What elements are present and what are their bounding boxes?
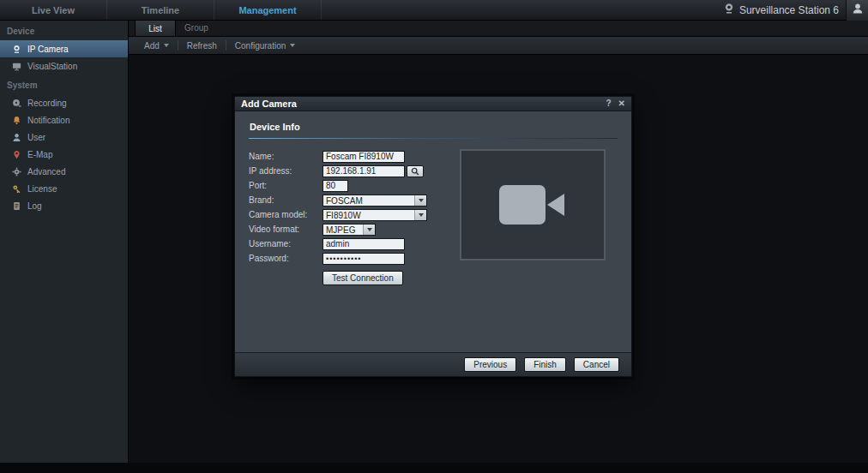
- brand-select-value: FOSCAM: [323, 195, 414, 206]
- camera-model-select[interactable]: FI8910W: [322, 209, 427, 221]
- camera-form: Name: IP address: Port:: [249, 149, 446, 285]
- sidebar-item-label: License: [27, 184, 57, 194]
- sidebar-item-recording[interactable]: Recording: [0, 94, 128, 111]
- test-connection-button[interactable]: Test Connection: [322, 271, 403, 285]
- search-ip-button[interactable]: [407, 165, 424, 177]
- sidebar-section-system: System: [0, 75, 128, 94]
- map-pin-icon: [11, 149, 21, 159]
- sidebar-item-ip-camera[interactable]: IP Camera: [0, 40, 128, 57]
- password-label: Password:: [249, 254, 322, 263]
- sidebar-item-label: VisualStation: [27, 62, 77, 71]
- user-icon: [11, 132, 21, 142]
- dialog-body: Device Info Name: IP address:: [235, 111, 631, 352]
- camera-toolbar: Add Refresh Configuration: [129, 37, 868, 55]
- camera-preview-placeholder: [460, 149, 606, 260]
- device-info-heading: Device Info: [249, 119, 618, 138]
- form-row-password: Password:: [249, 251, 446, 266]
- dialog-footer: Previous Finish Cancel: [235, 352, 631, 376]
- port-label: Port:: [249, 181, 322, 190]
- video-camera-icon: [499, 185, 566, 225]
- tab-group[interactable]: Group: [176, 20, 217, 36]
- user-icon: [852, 3, 864, 18]
- top-right-area: Surveillance Station 6: [716, 0, 868, 20]
- add-button[interactable]: Add: [136, 37, 178, 54]
- sidebar-item-license[interactable]: License: [0, 180, 128, 197]
- list-group-tabs: List Group: [129, 21, 868, 37]
- sidebar-item-label: User: [27, 133, 45, 142]
- port-field[interactable]: [322, 180, 348, 192]
- chevron-down-icon: [164, 44, 169, 47]
- camera-model-select-value: FI8910W: [323, 210, 414, 220]
- form-row-username: Username:: [249, 236, 446, 251]
- sidebar-item-e-map[interactable]: E-Map: [0, 146, 128, 163]
- finish-button[interactable]: Finish: [524, 357, 566, 372]
- search-icon: [411, 167, 419, 176]
- recording-icon: [11, 98, 21, 108]
- ip-address-label: IP address:: [249, 166, 322, 176]
- sidebar-section-device: Device: [0, 21, 128, 40]
- camera-model-label: Camera model:: [249, 210, 322, 219]
- help-icon[interactable]: ?: [606, 99, 612, 108]
- tab-list[interactable]: List: [135, 20, 176, 36]
- close-icon[interactable]: ✕: [618, 99, 625, 108]
- dialog-title-bar[interactable]: Add Camera ? ✕: [235, 97, 631, 111]
- gear-icon: [11, 166, 21, 177]
- add-button-label: Add: [144, 41, 160, 51]
- video-format-select[interactable]: MJPEG: [322, 224, 376, 236]
- configuration-button-label: Configuration: [235, 41, 286, 51]
- form-row-ip: IP address:: [249, 164, 446, 178]
- dialog-window-controls: ? ✕: [606, 99, 626, 108]
- chevron-down-icon: [414, 195, 426, 206]
- sidebar-item-label: Notification: [27, 116, 69, 125]
- monitor-icon: [11, 61, 21, 71]
- video-format-label: Video format:: [249, 225, 322, 234]
- app-title: Surveillance Station 6: [739, 4, 839, 16]
- form-row-port: Port:: [249, 178, 446, 193]
- bell-icon: [11, 115, 21, 125]
- chevron-down-icon: [363, 225, 375, 235]
- sidebar: Device IP Camera VisualStation System Re…: [0, 21, 129, 463]
- sidebar-item-label: IP Camera: [27, 45, 69, 54]
- name-label: Name:: [249, 152, 322, 161]
- brand-select[interactable]: FOSCAM: [322, 195, 427, 207]
- configuration-button[interactable]: Configuration: [226, 37, 304, 54]
- chevron-down-icon: [290, 44, 295, 47]
- chevron-down-icon: [414, 210, 426, 220]
- camera-icon: [11, 44, 21, 54]
- user-menu-button[interactable]: [846, 0, 868, 21]
- username-field[interactable]: [322, 238, 405, 250]
- form-row-video-format: Video format: MJPEG: [249, 222, 446, 236]
- add-camera-dialog: Add Camera ? ✕ Device Info Name: IP addr…: [234, 96, 632, 377]
- username-label: Username:: [249, 239, 322, 248]
- refresh-button-label: Refresh: [187, 41, 217, 51]
- cancel-button[interactable]: Cancel: [574, 357, 619, 372]
- previous-button[interactable]: Previous: [464, 357, 516, 372]
- sidebar-item-user[interactable]: User: [0, 129, 128, 146]
- sidebar-item-log[interactable]: Log: [0, 197, 128, 214]
- top-navigation: Live View Timeline Management: [0, 0, 322, 20]
- ip-address-field[interactable]: [322, 165, 405, 177]
- sidebar-item-label: Recording: [27, 99, 67, 108]
- app-root: Live View Timeline Management Surveillan…: [0, 0, 868, 473]
- section-divider: [249, 138, 618, 139]
- sidebar-item-label: Advanced: [27, 167, 65, 177]
- password-field[interactable]: [322, 253, 405, 265]
- form-row-name: Name:: [249, 149, 446, 164]
- key-icon: [11, 183, 21, 194]
- sidebar-item-visualstation[interactable]: VisualStation: [0, 57, 128, 75]
- sidebar-item-label: E-Map: [27, 150, 52, 159]
- tab-live-view[interactable]: Live View: [0, 0, 107, 20]
- brand-label: Brand:: [249, 195, 322, 205]
- sidebar-item-notification[interactable]: Notification: [0, 111, 128, 129]
- form-row-camera-model: Camera model: FI8910W: [249, 207, 446, 222]
- tab-timeline[interactable]: Timeline: [107, 0, 214, 20]
- refresh-button[interactable]: Refresh: [178, 37, 226, 54]
- tab-management[interactable]: Management: [214, 0, 322, 20]
- sidebar-item-label: Log: [27, 201, 42, 211]
- name-field[interactable]: [322, 151, 405, 163]
- form-row-brand: Brand: FOSCAM: [249, 193, 446, 207]
- sidebar-item-advanced[interactable]: Advanced: [0, 163, 128, 180]
- log-icon: [11, 201, 21, 211]
- dialog-title: Add Camera: [241, 99, 297, 109]
- app-badge: Surveillance Station 6: [716, 3, 846, 18]
